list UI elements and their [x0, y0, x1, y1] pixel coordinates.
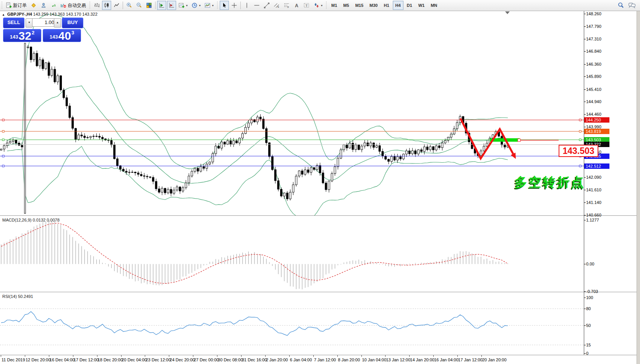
sell-button[interactable]: SELL: [3, 18, 24, 28]
text-label-tool-button[interactable]: T: [302, 1, 311, 10]
search-button[interactable]: [616, 1, 626, 10]
time-axis-label: 30 Dec 08:00: [218, 358, 243, 362]
equidistant-channel-tool-button[interactable]: E: [272, 1, 281, 10]
timeframe-M15[interactable]: M15: [353, 1, 366, 10]
chart-shift-marker-icon[interactable]: [505, 11, 510, 14]
y-axis-tick: [584, 26, 586, 27]
y-axis-tick: [584, 76, 586, 77]
toolbar-grip[interactable]: [1, 2, 3, 9]
time-axis-label: 17 Dec 12:00: [74, 358, 99, 362]
timeframe-M5[interactable]: M5: [340, 1, 352, 10]
toolbar-grip[interactable]: [216, 2, 219, 9]
chart-shift-button[interactable]: [167, 1, 176, 10]
time-axis-tick: [1, 355, 1, 357]
text-tool-button[interactable]: A: [292, 1, 301, 10]
chevron-down-icon: ▾: [321, 4, 322, 7]
trendline-tool-button[interactable]: [262, 1, 271, 10]
time-axis-label: 6 Jan 04:00: [290, 358, 312, 362]
rsi-pane[interactable]: [0, 293, 640, 355]
horizontal-line-tool-button[interactable]: [252, 1, 261, 10]
new-chart-dropdown-button[interactable]: ▾: [177, 1, 189, 10]
y-axis-label: 147.310: [586, 36, 601, 42]
sell-price-display[interactable]: 143 32 2: [3, 29, 41, 42]
metaeditor-button[interactable]: [29, 1, 38, 10]
time-axis-label: 14 Jan 20:00: [410, 358, 434, 362]
ohlc-bars-icon: [94, 2, 100, 8]
rsi-axis-label: 50: [586, 323, 591, 328]
time-axis-label: 24 Dec 20:00: [170, 358, 194, 362]
line-chart-type-button[interactable]: [112, 1, 121, 10]
vertical-line-tool-button[interactable]: [242, 1, 251, 10]
time-axis-tick: [433, 355, 434, 357]
timeframe-MN[interactable]: MN: [428, 1, 440, 10]
profiles-dropdown-button[interactable]: ▾: [190, 1, 202, 10]
crosshair-tool-button[interactable]: [230, 1, 239, 10]
text-icon: A: [293, 2, 300, 8]
y-axis-label: 144.460: [586, 112, 601, 117]
zoom-in-button[interactable]: [125, 1, 134, 10]
market-button[interactable]: [39, 1, 48, 10]
tile-windows-button[interactable]: [144, 1, 154, 10]
zoom-out-button[interactable]: [134, 1, 144, 10]
timeframe-M1[interactable]: M1: [329, 1, 340, 10]
y-axis-label: 144.940: [586, 99, 601, 104]
new-order-icon: [6, 2, 12, 8]
y-axis-label: 145.410: [586, 87, 601, 92]
search-icon: [617, 2, 624, 9]
y-axis-tick: [584, 202, 586, 203]
chart-window[interactable]: 11 Dec 201912 Dec 20:0016 Dec 04:0017 De…: [0, 11, 640, 364]
collapse-panel-arrow-icon[interactable]: ▲: [2, 13, 5, 16]
fibonacci-tool-button[interactable]: F: [282, 1, 291, 10]
new-order-button[interactable]: 新订单: [4, 1, 28, 10]
time-axis[interactable]: 11 Dec 201912 Dec 20:0016 Dec 04:0017 De…: [0, 355, 640, 364]
buy-button[interactable]: BUY: [62, 18, 83, 28]
time-axis-tick: [457, 355, 458, 357]
candle-chart-type-button[interactable]: [102, 1, 111, 10]
rsi-axis-label: 15: [586, 342, 591, 348]
timeframe-M30[interactable]: M30: [367, 1, 380, 10]
tile-windows-icon: [146, 2, 152, 8]
macd-axis-tick: [584, 264, 586, 264]
time-axis-tick: [481, 355, 482, 357]
autotrading-button[interactable]: 自动交易: [59, 1, 87, 10]
toolbar-grip[interactable]: [89, 2, 91, 9]
rsi-axis-label: 0: [586, 351, 588, 356]
toolbar-grip[interactable]: [325, 2, 327, 9]
indicators-icon: [204, 2, 211, 8]
time-axis-label: 31 Dec 16:00: [242, 358, 267, 362]
volume-increase-button[interactable]: ▲: [54, 18, 61, 28]
auto-scroll-button[interactable]: [157, 1, 166, 10]
auto-scroll-icon: [159, 2, 165, 8]
indicators-dropdown-button[interactable]: ▾: [203, 1, 215, 10]
bar-chart-type-button[interactable]: [92, 1, 101, 10]
line-chart-icon: [113, 2, 120, 8]
timeframe-D1[interactable]: D1: [404, 1, 415, 10]
new-order-label: 新订单: [13, 2, 27, 9]
buy-price-display[interactable]: 143 40 3: [43, 29, 81, 42]
time-axis-tick: [289, 355, 290, 357]
toolbar-separator: [155, 2, 156, 9]
chat-button[interactable]: [627, 1, 637, 10]
channel-icon: E: [274, 2, 280, 8]
toolbar-separator: [240, 2, 241, 9]
time-axis-tick: [169, 355, 169, 357]
vertical-line-icon: [244, 2, 250, 8]
person-icon: [41, 2, 47, 8]
macd-pane[interactable]: [0, 216, 640, 293]
time-axis-label: 2 Jan 20:00: [266, 358, 288, 362]
signals-button[interactable]: [49, 1, 58, 10]
timeframe-H1[interactable]: H1: [381, 1, 392, 10]
time-axis-label: 8 Jan 20:00: [338, 358, 360, 362]
chat-bubbles-icon: [628, 2, 636, 9]
time-axis-tick: [361, 355, 362, 357]
timeframe-H4[interactable]: H4: [393, 1, 403, 10]
time-axis-tick: [217, 355, 217, 357]
new-chart-icon: [178, 2, 185, 8]
y-axis-tick: [584, 102, 586, 102]
timeframe-W1[interactable]: W1: [416, 1, 428, 10]
volume-input[interactable]: 1.00: [32, 18, 57, 27]
cursor-tool-button[interactable]: [220, 1, 229, 10]
y-axis-label: 141.610: [586, 187, 601, 193]
buy-price-pips: 40: [58, 31, 71, 41]
arrows-dropdown-button[interactable]: ▾: [312, 1, 324, 10]
